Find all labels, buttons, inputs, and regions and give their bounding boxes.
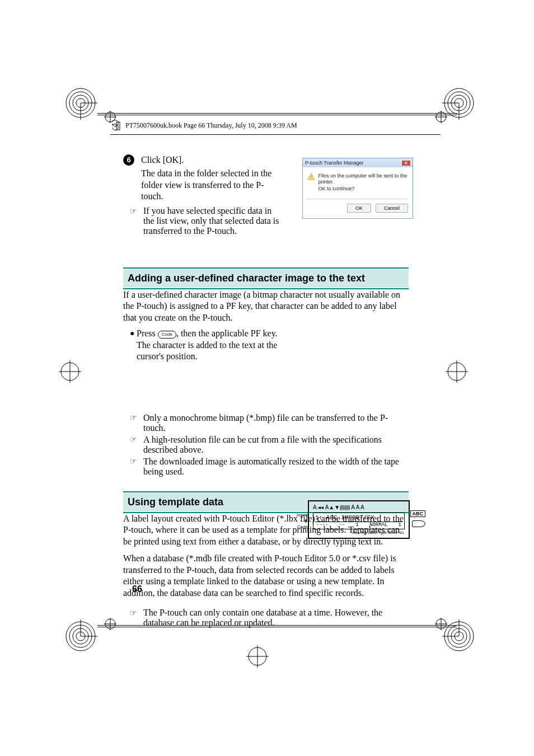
- registration-mark-bottom-left: [64, 619, 97, 653]
- label-tape-icon: [412, 520, 425, 527]
- lcd-right-badge: ABC: [410, 510, 426, 517]
- crosshair-mid-left: [59, 360, 81, 383]
- dialog-msg-line1: Files on the computer will be sent to th…: [318, 173, 408, 186]
- dialog-close-icon: ✕: [402, 161, 410, 166]
- pointing-hand-icon: ☞: [130, 413, 143, 422]
- section1-title: Adding a user-defined character image to…: [123, 269, 409, 288]
- section1-note3: The downloaded image is automatically re…: [143, 457, 409, 477]
- page-number: 66: [132, 584, 142, 594]
- bullet-dot: ●: [123, 328, 137, 338]
- dialog-ok-button[interactable]: OK: [347, 204, 371, 213]
- warning-icon: !: [307, 173, 315, 182]
- section1-note2: A high-resolution file can be cut from a…: [143, 435, 409, 455]
- running-head: PT75007600uk.book Page 66 Thursday, July…: [110, 120, 441, 135]
- section1-bullet: Press Code, then the applicable PF key. …: [137, 328, 285, 362]
- section2-para2: When a database (*.mdb file created with…: [123, 553, 409, 599]
- lcd-bottom-row: AA▴ A/A Label Type Block No.: [311, 530, 407, 536]
- code-key-icon: Code: [158, 331, 176, 339]
- pointing-hand-icon: ☞: [130, 608, 143, 618]
- svg-text:!: !: [311, 175, 312, 180]
- crosshair-bottom-center: [246, 645, 269, 668]
- section1-intro: If a user-defined character image (a bit…: [123, 289, 409, 323]
- lcd-indicators: A.◂◂ A▲▼▤▤ A A A: [311, 503, 407, 511]
- step6-note: If you have selected specific data in th…: [143, 206, 281, 236]
- running-head-text: PT75007600uk.book Page 66 Thursday, July…: [125, 121, 297, 129]
- step6-line2: The data in the folder selected in the f…: [141, 168, 284, 202]
- pointing-hand-icon: ☞: [130, 457, 143, 466]
- pointing-hand-icon: ☞: [130, 206, 143, 216]
- spiral-binding-icon: [110, 120, 120, 132]
- transfer-dialog-figure: P-touch Transfer Manager ✕ ! Files on th…: [302, 158, 413, 219]
- dialog-cancel-button[interactable]: Cancel: [376, 204, 408, 213]
- section1-note1: Only a monochrome bitmap (*.bmp) file ca…: [143, 413, 409, 433]
- lcd-display-figure: Insert ⬍ Code ABC A.◂◂ A▲▼▤▤ A A A 1: AB…: [308, 500, 410, 539]
- pointing-hand-icon: ☞: [130, 435, 143, 444]
- page-content: 6 Click [OK]. The data in the folder sel…: [123, 154, 409, 628]
- lcd-left-labels: Insert ⬍ Code: [296, 513, 308, 530]
- section2-note: The P-touch can only contain one databas…: [143, 608, 409, 628]
- step-number-6: 6: [123, 154, 134, 166]
- registration-mark-top-left: [64, 86, 97, 120]
- lcd-display-text: 1: ABC IMPORT/EX: [315, 514, 402, 522]
- dialog-title: P-touch Transfer Manager: [305, 160, 364, 166]
- dialog-msg-line2: OK to continue?: [318, 186, 408, 192]
